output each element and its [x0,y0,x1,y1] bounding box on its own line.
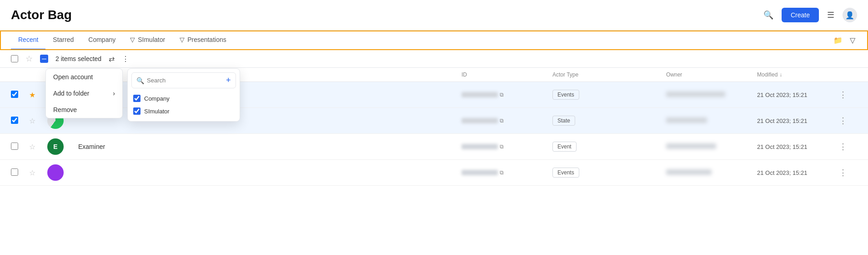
row2-checkbox-cell [11,117,29,125]
row1-star-icon[interactable]: ★ [29,91,35,99]
row1-modified-cell: 21 Oct 2023; 15:21 [757,91,839,98]
row4-modified-cell: 21 Oct 2023; 15:21 [757,169,839,176]
row4-owner-cell [666,169,757,176]
row2-modified-cell: 21 Oct 2023; 15:21 [757,117,839,124]
row3-id-cell: ⧉ [462,143,552,150]
row3-more-icon[interactable]: ⋮ [839,142,847,151]
open-account-label: Open account [53,73,93,81]
row3-checkbox-cell [11,143,29,151]
row3-owner-blur [666,143,716,149]
tab-company[interactable]: Company [81,31,123,50]
row1-copy-icon[interactable]: ⧉ [500,92,504,98]
row3-avatar: E [47,138,64,155]
add-to-folder-label: Add to folder [53,90,89,97]
row3-more-cell: ⋮ [839,142,857,152]
folder-option-company[interactable]: Company [131,92,236,105]
row3-owner-cell [666,143,757,150]
folder-search-box: 🔍 + [131,72,236,88]
row1-owner-blur [666,92,725,97]
row3-checkbox[interactable] [11,143,18,150]
menu-button[interactable]: ☰ [824,7,837,23]
folder-option-simulator[interactable]: SImulator [131,105,236,117]
row4-more-cell: ⋮ [839,168,857,178]
col-id: ID [462,71,552,78]
row2-more-cell: ⋮ [839,116,857,126]
company-folder-label: Company [144,95,170,102]
row4-avatar-cell [47,164,75,181]
row1-id-blur [462,92,498,97]
row1-checkbox[interactable] [11,91,18,98]
filter-icon-button[interactable]: ▽ [848,34,857,46]
col-owner: Owner [666,71,757,78]
add-folder-button[interactable]: + [226,76,231,85]
create-button[interactable]: Create [782,8,819,22]
tab-presentations[interactable]: ▽ Presentations [172,31,234,50]
row1-owner-cell [666,91,757,98]
more-options-icon[interactable]: ⋮ [122,55,129,63]
folder-search-input[interactable] [147,77,223,84]
row4-star-icon[interactable]: ☆ [29,169,35,177]
row2-star-cell: ☆ [29,117,47,125]
company-checkbox[interactable] [133,95,140,102]
tabs: Recent Starred Company ▽ SImulator ▽ Pre… [11,31,234,50]
row4-id-cell: ⧉ [462,169,552,176]
row1-type-badge: Events [552,90,579,100]
row4-id-blur [462,170,498,175]
row4-copy-icon[interactable]: ⧉ [500,169,504,176]
row2-star-icon[interactable]: ☆ [29,117,35,125]
star-column-icon: ☆ [25,54,33,64]
tab-recent[interactable]: Recent [11,31,45,50]
search-button[interactable]: 🔍 [761,7,776,23]
row3-star-cell: ☆ [29,143,47,151]
simulator-checkbox[interactable] [133,107,140,115]
col-select [11,71,29,78]
row1-checkbox-cell [11,91,29,99]
row4-avatar [47,164,64,181]
remove-label: Remove [53,106,77,113]
row1-more-cell: ⋮ [839,90,857,100]
share-icon[interactable]: ⇄ [109,55,115,63]
filter-icon-2: ▽ [180,36,185,43]
tab-simulator[interactable]: ▽ SImulator [123,31,172,50]
context-menu: Open account Add to folder › Remove [45,68,123,118]
row4-checkbox[interactable] [11,168,18,176]
row3-star-icon[interactable]: ☆ [29,143,35,151]
header-actions: 🔍 Create ☰ 👤 [761,7,857,23]
col-actor-type: Actor Type [552,71,666,78]
open-account-item[interactable]: Open account [46,69,122,85]
indeterminate-checkbox[interactable] [40,55,48,63]
tabs-right-actions: 📁 ▽ [832,34,857,46]
selected-count: 2 items selected [55,55,101,62]
row2-copy-icon[interactable]: ⧉ [500,117,504,124]
col-owner-label: Owner [666,71,682,78]
folder-dropdown: 🔍 + Company SImulator [127,68,240,122]
row3-modified-date: 21 Oct 2023; 15:21 [757,143,808,150]
row4-more-icon[interactable]: ⋮ [839,168,847,177]
col-actions [839,71,857,78]
page-title: Actor Bag [11,8,72,22]
toolbar: ☆ 2 items selected ⇄ ⋮ Open account Add … [0,50,868,68]
row1-modified-date: 21 Oct 2023; 15:21 [757,92,808,98]
search-icon-small: 🔍 [136,77,144,84]
chevron-right-icon: › [113,90,115,97]
row1-more-icon[interactable]: ⋮ [839,90,847,99]
select-all-checkbox[interactable] [11,55,18,62]
sort-desc-icon[interactable]: ↓ [779,71,782,78]
row4-star-cell: ☆ [29,168,47,177]
row1-type-cell: Events [552,90,666,100]
folder-icon-button[interactable]: 📁 [832,34,844,46]
add-to-folder-item[interactable]: Add to folder › [46,85,122,102]
row2-more-icon[interactable]: ⋮ [839,116,847,125]
row3-type-cell: Event [552,142,666,152]
col-id-label: ID [462,71,467,78]
tab-recent-label: Recent [18,36,38,43]
tab-starred[interactable]: Starred [45,31,81,50]
row3-avatar-cell: E [47,138,75,155]
row2-checkbox[interactable] [11,117,18,124]
tab-company-label: Company [88,36,115,43]
avatar[interactable]: 👤 [843,8,857,22]
remove-item[interactable]: Remove [46,102,122,118]
row2-modified-date: 21 Oct 2023; 15:21 [757,117,808,124]
row1-id-cell: ⧉ [462,92,552,98]
row3-copy-icon[interactable]: ⧉ [500,143,504,150]
